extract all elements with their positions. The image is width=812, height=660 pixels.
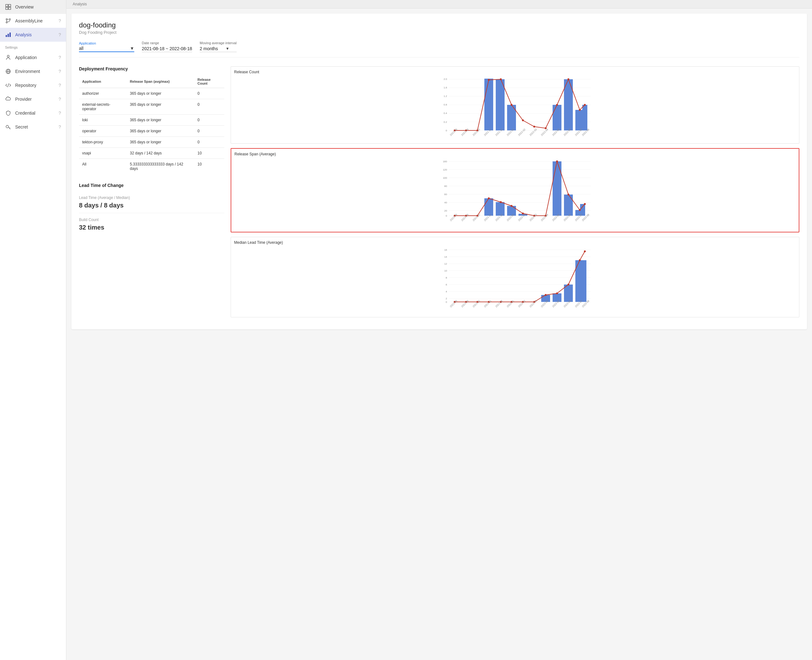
svg-text:2: 2 [446,297,447,300]
sidebar-item-assemblyline[interactable]: AssemblyLine ? [0,14,66,28]
col-header-application: Application [79,75,127,88]
svg-text:0: 0 [446,301,447,303]
svg-text:10: 10 [444,270,447,272]
moving-avg-select[interactable]: 1 month 2 months 3 months 6 months [200,46,224,51]
table-cell-count: 10 [194,148,224,159]
svg-point-103 [510,205,512,207]
globe-icon [5,68,11,75]
build-count-block: Build Count 32 times [79,217,224,231]
svg-text:4: 4 [446,290,447,293]
sidebar-item-secret[interactable]: Secret ? [0,120,66,134]
help-icon: ? [59,124,61,130]
sidebar-item-label: Credential [15,111,35,116]
table-cell-span: 365 days or longer [127,88,194,99]
date-range-filter: Date range 2021-08-18 ~ 2022-08-18 [142,41,192,52]
git-icon [5,18,11,24]
release-count-title: Release Count [234,70,796,74]
svg-rect-3 [8,7,11,10]
sidebar-item-repository[interactable]: Repository ? [0,78,66,92]
help-icon: ? [59,18,61,23]
col-header-count: Release Count [194,75,224,88]
svg-point-164 [556,292,558,294]
deployment-freq-section: Deployment Frequency Application Release… [79,66,224,174]
application-select[interactable]: all authorizer external-secrets-operator… [79,46,135,51]
sidebar-item-credential[interactable]: Credential ? [0,106,66,120]
svg-point-50 [533,126,535,128]
avg-median-label: Lead Time (Average / Median) [79,195,224,200]
svg-text:1.6: 1.6 [443,86,447,89]
svg-rect-34 [496,79,505,130]
sidebar-item-label: Overview [15,5,33,10]
svg-text:16: 16 [444,249,447,251]
median-lead-time-title: Median Lead Time (Average) [234,240,796,245]
page-title: dog-fooding [79,21,799,29]
svg-text:2021-09: 2021-09 [461,128,469,137]
moving-avg-filter: Moving average interval 1 month 2 months… [200,41,237,52]
svg-text:2021-08: 2021-08 [449,299,458,308]
svg-text:2022-03: 2022-03 [529,213,538,222]
svg-text:2022-04: 2022-04 [540,128,549,137]
svg-point-49 [522,119,524,121]
table-cell-span: 365 days or longer [127,115,194,126]
svg-text:160: 160 [443,160,447,163]
table-cell-application: operator [79,126,127,137]
svg-text:2021-08: 2021-08 [449,128,458,137]
table-cell-span: 365 days or longer [127,99,194,115]
svg-rect-33 [485,79,493,130]
sidebar-item-label: Secret [15,124,28,130]
build-count-value: 32 times [79,224,224,231]
table-cell-count: 0 [194,88,224,99]
sidebar-item-application[interactable]: Application ? [0,51,66,64]
date-range-label: Date range [142,41,192,45]
svg-rect-88 [485,198,493,216]
svg-rect-1 [8,5,11,6]
table-cell-application: vsapi [79,148,127,159]
table-row: All 5.333333333333333 days / 142 days 10 [79,159,224,175]
svg-rect-8 [8,34,9,37]
svg-rect-39 [553,105,561,130]
main-layout: Deployment Frequency Application Release… [79,66,799,322]
date-range-value: 2021-08-18 ~ 2022-08-18 [142,46,192,51]
svg-point-110 [584,203,586,205]
svg-rect-89 [496,202,505,216]
svg-text:0.8: 0.8 [443,103,447,106]
help-icon: ? [59,111,61,116]
cloud-icon [5,96,11,102]
sidebar-item-environment[interactable]: Environment ? [0,64,66,78]
svg-point-163 [545,294,547,296]
table-row: external-secrets-operator 365 days or lo… [79,99,224,115]
svg-point-101 [488,197,490,199]
svg-text:12: 12 [444,262,447,265]
svg-text:2021-09: 2021-09 [461,299,469,308]
svg-text:2021-10: 2021-10 [472,213,481,222]
left-column: Deployment Frequency Application Release… [79,66,224,322]
table-row: loki 365 days or longer 0 [79,115,224,126]
svg-rect-7 [6,35,7,37]
deployment-freq-title: Deployment Frequency [79,66,224,71]
help-icon: ? [59,83,61,88]
svg-text:0: 0 [446,129,447,132]
lead-time-title: Lead Time of Change [79,183,224,188]
svg-line-14 [8,83,9,87]
sidebar-item-provider[interactable]: Provider ? [0,92,66,106]
person-icon [5,54,11,60]
svg-point-47 [500,78,502,80]
svg-text:2022-01: 2022-01 [506,299,515,308]
right-column: Release Count 0 [230,66,799,322]
svg-point-102 [500,201,502,203]
sidebar-item-analysis[interactable]: Analysis ? [0,28,66,42]
sidebar: Overview AssemblyLine ? Analysis ? Setti… [0,0,66,660]
svg-point-46 [488,79,490,81]
svg-point-167 [584,251,586,252]
table-cell-span: 5.333333333333333 days / 142 days [127,159,194,175]
deployment-table: Application Release Span (avg/max) Relea… [79,75,224,174]
svg-text:14: 14 [444,255,447,258]
sidebar-item-label: Analysis [15,32,32,37]
svg-text:20: 20 [444,209,447,212]
svg-point-166 [579,259,581,261]
grid-icon [5,4,11,10]
sidebar-item-overview[interactable]: Overview [0,0,66,14]
avg-median-value: 8 days / 8 days [79,202,224,209]
filter-row: Application all authorizer external-secr… [79,41,799,57]
svg-point-6 [6,22,7,23]
